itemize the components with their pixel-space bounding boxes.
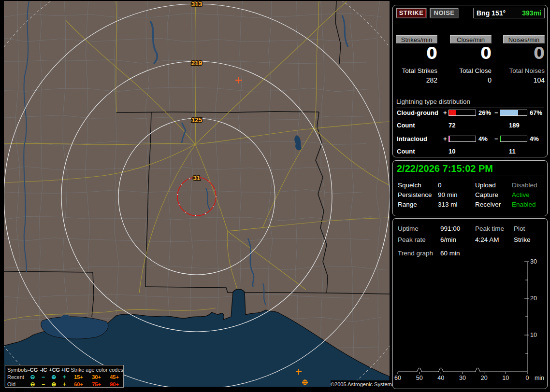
x-tick-60: 60 xyxy=(394,375,401,381)
y-tick-20: 20 xyxy=(530,295,537,302)
ring-label-313: 313 xyxy=(191,1,203,8)
recent-neg-ic-icon: − xyxy=(38,374,49,380)
legend-recent-label: Recent xyxy=(7,374,28,380)
minus-sign: − xyxy=(494,135,500,142)
persistence-value: 90 min xyxy=(438,191,475,198)
ic-negative-bar xyxy=(500,136,527,142)
map-legend: Symbols -CG -IC +CG +IC Strike age color… xyxy=(5,365,124,388)
strike-stats-panel: STRIKE NOISE Bng 151° 393mi Strikes/min … xyxy=(392,5,548,157)
recent-pos-ic-icon: + xyxy=(59,374,70,380)
intracloud-count-row: Count 10 11 xyxy=(397,148,516,155)
legend-old-row: Old ⊖ − ⊕ + 60+ 75+ 90+ xyxy=(7,380,123,388)
capture-status: Active xyxy=(512,191,530,198)
plot-label: Plot xyxy=(514,225,525,232)
close-per-min-column: Close/min 0 xyxy=(450,35,492,63)
range-value: 313 mi xyxy=(438,201,475,208)
total-close-value: 0 xyxy=(450,76,492,84)
cloud-ground-label: Cloud-ground xyxy=(397,109,443,116)
ic-positive-bar xyxy=(449,136,476,142)
trend-panel: Uptime 991:00 Peak time Plot Peak rate 6… xyxy=(392,218,548,389)
cg-positive-bar xyxy=(449,110,476,116)
count-label: Count xyxy=(397,122,449,129)
trend-spikes xyxy=(417,368,480,372)
x-tick-0: 0 xyxy=(526,375,529,381)
range-label: Range xyxy=(398,201,438,208)
squelch-value: 0 xyxy=(438,182,475,189)
ic-positive-pct: 4% xyxy=(478,135,494,142)
age-60: 60+ xyxy=(70,381,87,387)
close-per-min-value: 0 xyxy=(450,44,492,63)
bearing-value: Bng 151° xyxy=(477,9,506,17)
status-panel: 2/22/2026 7:15:02 PM Squelch 0 Upload Di… xyxy=(392,160,548,216)
total-noises-value: 104 xyxy=(503,76,545,84)
cg-positive-fill xyxy=(449,110,456,115)
squelch-label: Squelch xyxy=(398,182,438,189)
x-tick-20: 20 xyxy=(481,375,488,381)
noises-per-min-label: Noises/min xyxy=(503,35,545,43)
ring-label-31: 31 xyxy=(193,174,201,182)
ic-positive-count: 10 xyxy=(449,148,509,155)
ic-negative-pct: 4% xyxy=(530,135,546,142)
datetime-underline xyxy=(396,176,544,176)
cloud-ground-count-row: Count 72 189 xyxy=(397,122,520,129)
x-tick-10: 10 xyxy=(502,375,509,381)
ic-positive-fill xyxy=(449,136,450,141)
count-label: Count xyxy=(397,148,449,155)
capture-label: Capture xyxy=(475,191,512,198)
peak-rate-value: 6/min xyxy=(440,236,475,243)
cg-negative-bar xyxy=(500,110,527,116)
recent-pos-cg-icon: ⊕ xyxy=(48,374,59,380)
uptime-value: 991:00 xyxy=(440,225,475,232)
total-strikes-value: 282 xyxy=(396,76,437,84)
legend-header-row: Symbols -CG -IC +CG +IC Strike age color… xyxy=(7,366,123,373)
legend-col-pos-cg: +CG xyxy=(49,367,60,373)
legend-symbols-header: Symbols xyxy=(7,367,28,373)
trend-graph: 30 20 10 60 50 40 30 20 10 0 min xyxy=(393,255,547,389)
x-tick-50: 50 xyxy=(416,375,423,381)
bearing-display: Bng 151° 393mi xyxy=(473,8,545,18)
plot-value: Strike xyxy=(514,236,531,243)
cloud-ground-row: Cloud-ground + 26% − 67% xyxy=(397,109,546,116)
strikes-per-min-label: Strikes/min xyxy=(396,35,437,43)
ic-negative-count: 11 xyxy=(509,148,516,155)
ic-negative-fill xyxy=(500,136,501,141)
noise-toggle-button[interactable]: NOISE xyxy=(430,8,459,18)
age-75: 75+ xyxy=(87,381,105,387)
bearing-distance: 393mi xyxy=(522,9,541,17)
peak-time-label: Peak time xyxy=(475,225,514,232)
peak-rate-label: Peak rate xyxy=(398,236,440,243)
x-tick-40: 40 xyxy=(437,375,444,381)
legend-old-label: Old xyxy=(7,381,28,387)
lightning-map[interactable]: 313 219 125 31 Symbols -CG -IC +CG +IC S… xyxy=(4,1,390,387)
plus-sign: + xyxy=(443,109,449,116)
datetime-display: 2/22/2026 7:15:02 PM xyxy=(397,163,493,174)
old-neg-cg-icon: ⊖ xyxy=(28,381,38,388)
peak-time-value: 4:24 AM xyxy=(475,236,514,243)
y-tick-10: 10 xyxy=(530,332,537,338)
squelch-row: Squelch 0 Upload Disabled xyxy=(398,182,537,189)
ring-label-219: 219 xyxy=(191,59,203,67)
total-noises-label: Total Noises xyxy=(503,67,545,74)
age-30: 30+ xyxy=(87,374,105,380)
strikes-per-min-column: Strikes/min 0 xyxy=(396,35,437,63)
map-canvas: 313 219 125 31 xyxy=(4,1,390,387)
old-neg-ic-icon: − xyxy=(38,381,49,388)
receiver-label: Receiver xyxy=(475,201,512,208)
plus-sign: + xyxy=(443,135,449,142)
noises-per-min-column: Noises/min 0 xyxy=(503,35,545,63)
strike-toggle-button[interactable]: STRIKE xyxy=(396,8,427,18)
cg-negative-count: 189 xyxy=(509,122,520,129)
age-15: 15+ xyxy=(70,374,87,380)
legend-col-pos-ic: +IC xyxy=(60,367,71,373)
close-per-min-label: Close/min xyxy=(450,35,492,43)
old-pos-ic-icon: + xyxy=(59,381,70,388)
total-close-label: Total Close xyxy=(450,67,492,74)
legend-age-header: Strike age color codes xyxy=(71,367,123,373)
copyright-notice: ©2005 Astrogenic Systems xyxy=(331,380,390,388)
cg-negative-pct: 67% xyxy=(530,109,546,116)
persistence-row: Persistence 90 min Capture Active xyxy=(398,191,530,198)
total-strikes-label: Total Strikes xyxy=(396,67,437,74)
old-pos-cg-icon: ⊕ xyxy=(48,381,59,388)
peak-rate-row: Peak rate 6/min 4:24 AM Strike xyxy=(398,236,531,243)
y-tick-30: 30 xyxy=(530,258,537,265)
